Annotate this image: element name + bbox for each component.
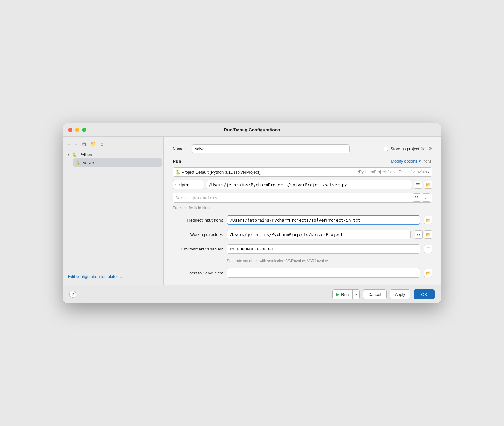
params-icons: ☷ ⤢ [413, 193, 430, 202]
env-vars-row: Environment variables: ☷ [173, 244, 432, 254]
script-type-label: script [175, 182, 185, 187]
env-files-field[interactable] [227, 268, 420, 278]
plus-icon: + [67, 141, 70, 147]
folder-icon: 📁 [90, 141, 96, 147]
run-button[interactable]: ▶ Run [333, 290, 353, 299]
params-edit-button[interactable]: ☷ [413, 193, 421, 202]
folder-open-icon: 📂 [426, 232, 431, 237]
env-files-row: Paths to ".env" files: 📂 [173, 268, 432, 278]
name-store-row: Name: Store as project file ⚙ [173, 144, 432, 153]
python-group-icon: 🐍 [72, 152, 77, 157]
copy-icon: ⧉ [82, 141, 86, 147]
modify-options-label: Modify options [391, 159, 417, 164]
script-path-input[interactable] [206, 180, 412, 189]
working-dir-label: Working directory: [173, 232, 223, 237]
chevron-down-icon: ▼ [67, 153, 70, 156]
params-input[interactable] [173, 193, 432, 203]
script-browse-button[interactable]: 📂 [424, 181, 432, 189]
run-split-button: ▶ Run ▾ [332, 289, 360, 299]
run-header: Run Modify options ▾ ⌥M [173, 158, 432, 164]
env-files-browse-button[interactable]: 📂 [424, 269, 432, 277]
params-expand-button[interactable]: ⤢ [422, 193, 430, 202]
env-vars-field[interactable] [227, 244, 420, 254]
edit-icon: ☷ [415, 195, 419, 200]
copy-config-button[interactable]: ⧉ [81, 141, 87, 148]
minimize-button[interactable] [75, 128, 79, 132]
env-hint: Separate variables with semicolon: VAR=v… [227, 259, 432, 263]
working-dir-field[interactable] [227, 230, 411, 239]
dialog-body: + − ⧉ 📁 ↕ ▼ 🐍 [63, 137, 441, 285]
footer-right: ▶ Run ▾ Cancel Apply OK [332, 289, 435, 299]
working-dir-row: Working directory: ☷ 📂 [173, 230, 432, 239]
dialog-title: Run/Debug Configurations [224, 127, 280, 132]
remove-config-button[interactable]: − [73, 141, 79, 148]
hint-text: Press ⌥ for field hints [173, 206, 432, 210]
script-type-select[interactable]: script ▾ [173, 180, 204, 189]
params-row: ☷ ⤢ [173, 193, 432, 203]
edit-templates-link[interactable]: Edit configuration templates... [68, 274, 122, 279]
edit-icon: ☷ [426, 247, 430, 251]
minus-icon: − [75, 141, 77, 147]
sidebar-footer: Edit configuration templates... [63, 270, 163, 283]
main-content: Name: Store as project file ⚙ Run Modify… [164, 137, 441, 285]
tree-group-header-python[interactable]: ▼ 🐍 Python [64, 150, 162, 158]
play-icon: ▶ [336, 292, 339, 296]
edit-icon: ☷ [416, 182, 420, 187]
script-type-chevron: ▾ [186, 182, 189, 187]
sidebar-tree: ▼ 🐍 Python 🐍 solver [63, 150, 163, 270]
folder-config-button[interactable]: 📁 [89, 141, 98, 148]
window-controls [68, 128, 86, 132]
name-input[interactable] [192, 144, 350, 153]
apply-button[interactable]: Apply [390, 289, 411, 299]
redirect-input-icons: 📂 [424, 216, 432, 224]
interpreter-text: 🐍 Project Default (Python 3.11 (solverPr… [175, 170, 355, 175]
python-item-icon: 🐍 [76, 160, 81, 165]
redirect-input-label: Redirect input from: [173, 218, 223, 222]
redirect-browse-button[interactable]: 📂 [424, 216, 432, 224]
chevron-down-icon: ▾ [355, 293, 357, 296]
sidebar: + − ⧉ 📁 ↕ ▼ 🐍 [63, 137, 164, 285]
env-files-label: Paths to ".env" files: [173, 271, 223, 275]
store-project-checkbox[interactable] [384, 147, 388, 151]
folder-icon: 📂 [426, 218, 431, 222]
ok-button[interactable]: OK [414, 289, 435, 299]
working-dir-edit-button[interactable]: ☷ [415, 230, 423, 239]
modify-options-button[interactable]: Modify options ▾ ⌥M [390, 158, 432, 164]
edit-icon: ☷ [417, 232, 421, 237]
store-project-row: Store as project file ⚙ [384, 146, 432, 152]
name-label: Name: [173, 147, 188, 151]
sidebar-toolbar: + − ⧉ 📁 ↕ [63, 139, 163, 150]
sort-icon: ↕ [101, 141, 103, 147]
interpreter-row: 🐍 Project Default (Python 3.11 (solverPr… [173, 167, 432, 177]
folder-open-icon: 📂 [426, 271, 431, 275]
folder-open-icon: 📂 [426, 182, 431, 187]
tree-item-label-solver: solver [83, 160, 94, 165]
close-button[interactable] [68, 128, 72, 132]
env-vars-edit-button[interactable]: ☷ [424, 245, 432, 253]
add-config-button[interactable]: + [66, 141, 72, 148]
sort-config-button[interactable]: ↕ [100, 141, 105, 148]
working-dir-browse-button[interactable]: 📂 [424, 230, 432, 239]
tree-group-label: Python [79, 152, 92, 157]
chevron-down-icon: ▾ [419, 159, 421, 164]
interpreter-select[interactable]: 🐍 Project Default (Python 3.11 (solverPr… [173, 167, 432, 177]
env-files-icons: 📂 [424, 269, 432, 277]
run-title: Run [173, 159, 181, 164]
dialog-footer: ? ▶ Run ▾ Cancel Apply OK [63, 285, 441, 303]
gear-icon[interactable]: ⚙ [428, 146, 432, 152]
env-vars-icons: ☷ [424, 245, 432, 253]
maximize-button[interactable] [82, 128, 86, 132]
cancel-button[interactable]: Cancel [363, 289, 386, 299]
run-button-label: Run [341, 292, 349, 297]
help-button[interactable]: ? [69, 291, 76, 298]
run-section: Run Modify options ▾ ⌥M 🐍 Project Defaul… [173, 158, 432, 210]
help-icon: ? [72, 292, 74, 297]
tree-item-solver[interactable]: 🐍 solver [73, 158, 162, 167]
working-dir-icons: ☷ 📂 [415, 230, 432, 239]
titlebar: Run/Debug Configurations [63, 123, 441, 137]
store-project-label: Store as project file [391, 147, 426, 151]
script-edit-button[interactable]: ☷ [414, 181, 422, 189]
run-dropdown-button[interactable]: ▾ [353, 290, 359, 299]
tree-children: 🐍 solver [64, 158, 162, 167]
redirect-input-field[interactable] [227, 215, 420, 225]
